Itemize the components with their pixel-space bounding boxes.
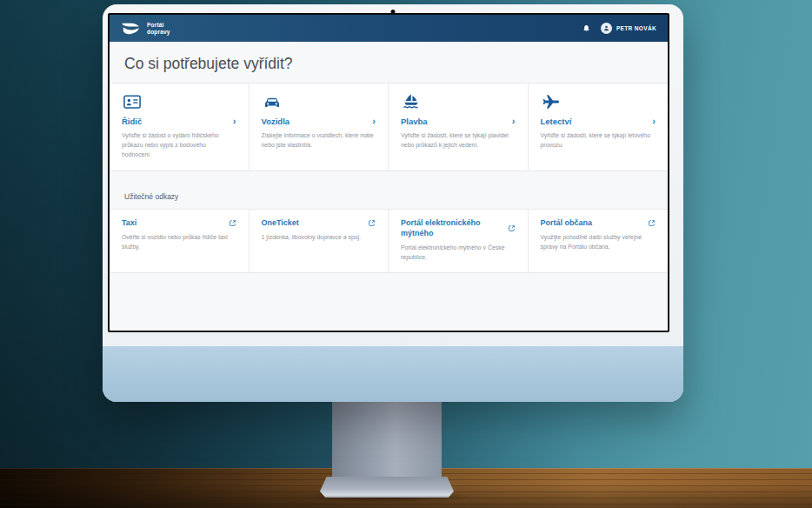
link-card-oneticket[interactable]: OneTicket 1 jízdenka, libovolný dopravce… [250, 210, 389, 271]
external-link-icon [648, 218, 656, 227]
chevron-right-icon: › [233, 117, 236, 126]
user-avatar-icon [601, 23, 612, 34]
external-link-icon [508, 224, 516, 232]
user-name: PETR NOVÁK [616, 25, 656, 31]
link-card-portal-obcana[interactable]: Portál občana Využijte pohodlně další sl… [529, 210, 669, 271]
link-title: Taxi [122, 218, 136, 229]
car-icon [262, 93, 376, 110]
link-description: Portál elektronického mýtného v České re… [401, 243, 516, 262]
chevron-right-icon: › [512, 117, 516, 126]
airplane-icon [541, 93, 656, 110]
link-card-mytne[interactable]: Portál elektronického mýtného Portál ele… [389, 210, 529, 271]
imac-monitor: Portál dopravy [103, 4, 683, 402]
links-section-title: Užitečné odkazy [110, 192, 668, 201]
service-card-plavba[interactable]: Plavba › Vyřiďte si žádosti, které se tý… [389, 84, 529, 170]
card-description: Získejte informace o vozidlech, které má… [262, 130, 376, 150]
card-title: Řidič [122, 117, 142, 126]
chevron-right-icon: › [372, 117, 376, 126]
service-card-letectvi[interactable]: Letectví › Vyřiďte si žádosti, které se … [529, 84, 669, 170]
useful-links-row: Taxi Ověřte si vozidlo nebo průkaz řidič… [110, 209, 668, 272]
link-description: 1 jízdenka, libovolný dopravce a spoj. [262, 232, 376, 242]
bell-icon[interactable] [582, 23, 591, 34]
site-header: Portál dopravy [110, 15, 668, 42]
card-description: Vyřiďte si žádosti, které se týkají plav… [401, 130, 516, 150]
link-title: OneTicket [262, 218, 299, 229]
monitor-screen: Portál dopravy [108, 13, 669, 332]
sailboat-icon [401, 93, 516, 110]
imac-chin [103, 346, 683, 402]
external-link-icon [229, 218, 236, 227]
card-description: Vyřiďte si žádost o vydání řidičského pr… [122, 130, 236, 159]
link-card-taxi[interactable]: Taxi Ověřte si vozidlo nebo průkaz řidič… [110, 210, 250, 271]
external-link-icon [368, 218, 376, 227]
link-title: Portál elektronického mýtného [401, 218, 483, 238]
monitor-stand-column [332, 396, 442, 483]
service-card-ridic[interactable]: Řidič › Vyřiďte si žádost o vydání řidič… [110, 84, 250, 170]
monitor-stand-foot [320, 477, 454, 498]
id-card-icon [122, 93, 236, 110]
chevron-right-icon: › [652, 117, 656, 126]
card-title: Vozidla [262, 117, 290, 126]
card-title: Plavba [401, 117, 428, 126]
service-cards-row: Řidič › Vyřiďte si žádost o vydání řidič… [110, 83, 668, 171]
service-card-vozidla[interactable]: Vozidla › Získejte informace o vozidlech… [250, 84, 389, 170]
card-title: Letectví [541, 117, 572, 126]
link-description: Ověřte si vozidlo nebo průkaz řidiče tax… [122, 232, 236, 251]
user-menu[interactable]: PETR NOVÁK [601, 23, 656, 34]
portal-dopravy-webpage: Portál dopravy [110, 15, 668, 331]
card-description: Vyřiďte si žádosti, které se týkají leto… [541, 130, 656, 150]
bird-logo-icon[interactable] [121, 22, 141, 36]
site-title[interactable]: Portál dopravy [147, 22, 170, 36]
page-heading: Co si potřebujete vyřídit? [110, 55, 668, 73]
link-description: Využijte pohodlně další služby veřejné s… [541, 232, 656, 251]
link-title: Portál občana [541, 218, 593, 229]
